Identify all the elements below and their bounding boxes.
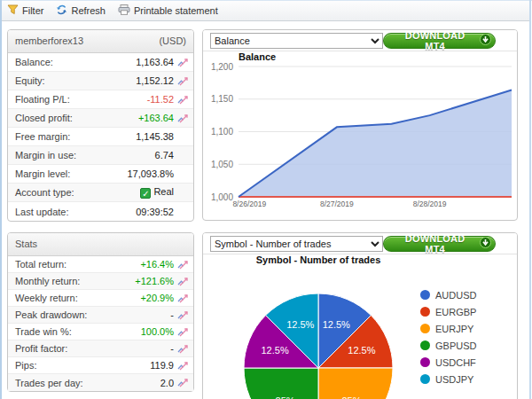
row-value: 6.74 [155,150,174,160]
table-row: Pips:119.9 [8,357,193,374]
svg-text:1,050: 1,050 [211,160,233,169]
table-row: Balance:1,163.64 [8,53,193,72]
pie-legend: AUDUSDEURGBPEURJPYGBPUSDUSDCHFUSDJPY [420,286,476,387]
svg-text:25%: 25% [276,395,295,399]
row-value: -11.52 [147,94,174,105]
printable-statement-button[interactable]: Printable statement [118,4,218,17]
filter-button[interactable]: Filter [7,4,43,17]
account-currency: (USD) [159,30,186,52]
row-value: +16.4% [140,259,174,270]
account-rows: Balance:1,163.64Equity:1,152.12Floating … [8,53,193,221]
account-info-panel: memberforex13 (USD) Balance:1,163.64Equi… [7,29,194,222]
table-row: Monthly return:+121.6% [8,273,193,290]
filter-icon [7,4,19,17]
table-row: Weekly return:+20.9% [8,290,193,307]
svg-text:1,200: 1,200 [211,62,233,72]
symbol-chart-panel: Symbol - Number of trades DOWNLOAD MT4 S… [202,232,518,399]
table-row: Floating P/L:-11.52 [8,90,193,109]
row-label: Margin level: [15,168,127,179]
mini-chart-icon[interactable] [174,260,189,270]
legend-dot-icon [420,374,430,384]
download-arrow-icon-2 [480,237,491,250]
row-value: 119.9 [150,360,174,371]
account-name: memberforex13 [15,30,83,52]
mini-chart-icon[interactable] [174,361,189,371]
row-label: Trades per day: [15,378,160,388]
table-row: Margin in use:6.74 [8,146,193,165]
table-row: Profit factor:- [8,340,193,357]
row-label: Peak drawdown: [15,309,170,320]
row-label: Pips: [15,360,150,371]
table-row: Margin level:17,093.8% [8,165,193,184]
svg-text:12.5%: 12.5% [348,345,375,356]
row-label: Floating P/L: [15,94,147,105]
svg-text:Symbol - Number of trades: Symbol - Number of trades [256,254,381,265]
table-row: Account type:✓Real [8,184,193,202]
svg-text:1,100: 1,100 [211,127,233,137]
stats-rows: Total return:+16.4%Monthly return:+121.6… [8,256,193,391]
row-label: Total return: [15,259,140,270]
balance-chart-panel: Balance DOWNLOAD MT4 1,0001,0501,1001,15… [202,29,518,221]
row-label: Account type: [15,187,140,198]
symbol-chart-select[interactable]: Symbol - Number of trades [210,236,383,252]
printer-icon [118,4,130,17]
svg-text:8/27/2019: 8/27/2019 [320,200,354,208]
row-label: Trade win %: [15,326,141,337]
download-mt4-label-2: DOWNLOAD MT4 [395,233,475,254]
table-row: Closed profit:+163.64 [8,109,193,128]
mini-chart-icon[interactable] [174,76,189,86]
refresh-icon [56,4,67,17]
account-panel-header: memberforex13 (USD) [8,30,193,53]
real-account-check-icon: ✓ [140,188,151,199]
mini-chart-icon[interactable] [174,293,189,303]
row-value: 100.0% [141,326,174,337]
svg-text:12.5%: 12.5% [286,319,314,330]
legend-label: EURJPY [435,324,473,334]
download-arrow-icon [480,34,491,47]
svg-text:12.5%: 12.5% [323,319,350,330]
svg-text:1,150: 1,150 [211,94,233,104]
toolbar: Filter Refresh Printable statement [2,1,529,21]
row-value: 17,093.8% [127,168,174,179]
download-mt4-button[interactable]: DOWNLOAD MT4 [383,33,496,49]
legend-item: AUDUSD [420,286,476,303]
mini-chart-icon[interactable] [174,327,189,337]
mini-chart-icon[interactable] [174,113,189,123]
table-row: Trade win %:100.0% [8,324,193,340]
legend-item: USDCHF [420,354,476,371]
chart-type-select[interactable]: Balance [210,33,383,49]
legend-dot-icon [420,324,430,333]
row-label: Closed profit: [15,113,138,123]
row-label: Margin in use: [15,150,155,160]
row-value: +163.64 [138,113,174,123]
row-label: Last update: [15,207,136,217]
row-label: Balance: [15,57,136,67]
row-value: 1,163.64 [136,57,174,67]
mini-chart-icon[interactable] [174,58,189,67]
svg-text:25%: 25% [341,395,361,399]
download-mt4-label: DOWNLOAD MT4 [395,30,475,51]
row-value: +20.9% [140,293,174,303]
mini-chart-icon[interactable] [174,344,189,354]
filter-label: Filter [22,5,43,16]
row-label: Equity: [15,75,136,86]
row-label: Weekly return: [15,293,140,303]
table-row: Last update:09:39:52 [8,202,193,221]
row-value: +121.6% [135,276,174,286]
legend-item: GBPUSD [420,337,476,354]
mini-chart-icon[interactable] [174,378,189,387]
legend-item: USDJPY [420,371,476,387]
stats-panel-header: Stats [8,233,193,256]
page-left-border [0,0,2,399]
table-row: Total return:+16.4% [8,256,193,273]
mini-chart-icon[interactable] [174,310,189,320]
mini-chart-icon[interactable] [174,277,189,286]
refresh-button[interactable]: Refresh [56,4,106,17]
mini-chart-icon[interactable] [174,95,189,105]
page-right-border [529,0,531,399]
row-label: Profit factor: [15,343,170,354]
legend-dot-icon [420,340,430,350]
download-mt4-button-2[interactable]: DOWNLOAD MT4 [383,236,496,252]
legend-item: EURGBP [420,303,476,320]
table-row: Free margin:1,145.38 [8,128,193,146]
